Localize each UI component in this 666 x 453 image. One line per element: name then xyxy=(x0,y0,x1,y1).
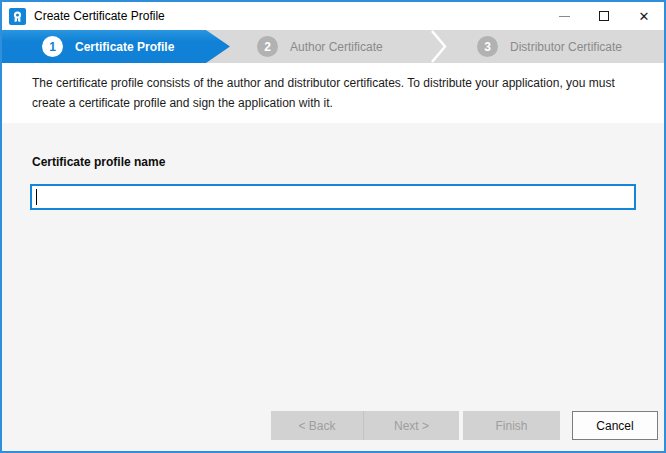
maximize-icon xyxy=(599,11,609,21)
cancel-button[interactable]: Cancel xyxy=(572,411,658,440)
wizard-description: The certificate profile consists of the … xyxy=(32,73,650,113)
step-label: Author Certificate xyxy=(290,40,383,54)
back-button: < Back xyxy=(271,411,364,440)
step-number-badge: 3 xyxy=(477,36,498,57)
window-controls: ✕ xyxy=(544,2,664,30)
wizard-step-certificate-profile: 1 Certificate Profile xyxy=(2,30,230,63)
chevron-separator-icon xyxy=(430,30,448,63)
certificate-profile-name-label: Certificate profile name xyxy=(32,155,165,169)
create-certificate-profile-dialog: Create Certificate Profile ✕ 1 Certifica… xyxy=(0,0,666,453)
minimize-button[interactable] xyxy=(544,2,584,30)
next-button: Next > xyxy=(364,411,459,440)
certificate-profile-name-field-wrap xyxy=(30,184,636,210)
window-title: Create Certificate Profile xyxy=(34,9,165,23)
step-number-badge: 1 xyxy=(42,36,63,57)
finish-button: Finish xyxy=(463,411,560,440)
minimize-icon xyxy=(559,16,570,17)
step-number-badge: 2 xyxy=(257,36,278,57)
close-icon: ✕ xyxy=(639,10,650,23)
wizard-step-author-certificate: 2 Author Certificate xyxy=(257,30,383,63)
step-label: Certificate Profile xyxy=(75,40,174,54)
title-bar: Create Certificate Profile ✕ xyxy=(2,2,664,30)
maximize-button[interactable] xyxy=(584,2,624,30)
certificate-profile-name-input[interactable] xyxy=(30,184,636,210)
close-button[interactable]: ✕ xyxy=(624,2,664,30)
wizard-step-band: 1 Certificate Profile 2 Author Certifica… xyxy=(2,30,664,63)
wizard-step-distributor-certificate: 3 Distributor Certificate xyxy=(477,30,622,63)
wizard-description-panel: The certificate profile consists of the … xyxy=(2,63,664,123)
step-label: Distributor Certificate xyxy=(510,40,622,54)
certificate-badge-icon xyxy=(9,8,26,25)
